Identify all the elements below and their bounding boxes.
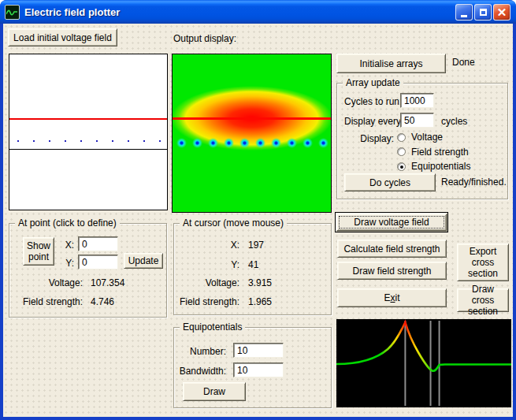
charge-glow-dot bbox=[192, 138, 202, 148]
point-field-strength-value: 4.746 bbox=[91, 296, 114, 307]
display-every-input[interactable] bbox=[400, 113, 434, 128]
point-field-strength-label: Field strength: bbox=[9, 296, 83, 307]
output-display-panel[interactable] bbox=[172, 54, 332, 213]
radio-label: Equipotentials bbox=[411, 161, 470, 172]
point-voltage-value: 107.354 bbox=[91, 277, 124, 288]
exit-button[interactable]: Exit bbox=[337, 288, 447, 307]
cursor-y-label: Y: bbox=[174, 259, 239, 270]
cursor-x-value: 197 bbox=[248, 240, 264, 251]
output-display-label: Output display: bbox=[173, 33, 236, 44]
charge-glow-dot bbox=[255, 138, 265, 148]
exit-label-pre: E bbox=[384, 292, 390, 303]
draw-cross-section-button[interactable]: Draw cross section bbox=[457, 288, 509, 312]
cursor-x-label: X: bbox=[174, 240, 239, 251]
at-cursor-group-title: At cursor (move mouse) bbox=[180, 217, 287, 229]
radio-icon[interactable] bbox=[397, 147, 406, 156]
cursor-field-strength-label: Field strength: bbox=[174, 296, 239, 307]
calculate-field-strength-button[interactable]: Calculate field strength bbox=[337, 240, 447, 258]
equipotentials-draw-button[interactable]: Draw bbox=[183, 382, 246, 401]
equipotentials-bandwidth-label: Bandwidth: bbox=[174, 366, 226, 377]
equipotentials-number-input[interactable] bbox=[233, 343, 284, 358]
done-status: Done bbox=[452, 57, 475, 68]
oscilloscope-icon bbox=[6, 7, 18, 17]
equipotentials-group-title: Equipotentials bbox=[180, 322, 245, 333]
app-window: Electric field plotter ✕ Load initial vo… bbox=[0, 0, 516, 420]
close-icon: ✕ bbox=[497, 6, 507, 18]
radio-icon[interactable] bbox=[397, 133, 406, 142]
display-every-label: Display every bbox=[344, 116, 401, 127]
minimize-icon bbox=[461, 15, 467, 17]
display-radio-equipotentials[interactable]: Equipotentials bbox=[397, 161, 470, 172]
charge-glow-dot bbox=[239, 138, 250, 148]
charge-dot bbox=[49, 140, 50, 142]
update-button[interactable]: Update bbox=[124, 253, 163, 269]
display-radio-field-strength[interactable]: Field strength bbox=[397, 147, 469, 158]
charge-dot bbox=[80, 140, 82, 142]
charge-dot bbox=[17, 140, 19, 142]
draw-voltage-field-button[interactable]: Draw voltage field bbox=[335, 212, 448, 232]
minimize-button[interactable] bbox=[455, 4, 473, 20]
display-radio-voltage[interactable]: Voltage bbox=[397, 132, 443, 143]
cursor-y-value: 41 bbox=[248, 259, 258, 270]
charge-dot bbox=[143, 140, 145, 142]
point-x-input[interactable] bbox=[78, 236, 118, 251]
focus-rectangle bbox=[339, 216, 444, 229]
boundary-line bbox=[9, 149, 167, 150]
display-label: Display: bbox=[351, 133, 394, 144]
export-cross-section-button[interactable]: Export cross section bbox=[457, 243, 509, 281]
radio-icon[interactable] bbox=[397, 162, 406, 171]
charge-dot bbox=[65, 140, 66, 142]
charge-dot bbox=[112, 140, 113, 142]
electrode-red-line bbox=[173, 117, 331, 120]
positive-electrode-line bbox=[9, 118, 167, 120]
radio-label: Field strength bbox=[411, 147, 469, 158]
cycles-suffix-label: cycles bbox=[441, 116, 467, 127]
charge-dot bbox=[96, 140, 98, 142]
cross-section-curve bbox=[336, 319, 511, 407]
array-update-group: Array update Cycles to run: Display ever… bbox=[336, 83, 508, 199]
cursor-voltage-label: Voltage: bbox=[174, 277, 239, 288]
charge-dot bbox=[159, 140, 161, 142]
do-cycles-button[interactable]: Do cycles bbox=[344, 173, 436, 191]
charge-glow-dot bbox=[287, 138, 297, 148]
charge-glow-dot bbox=[224, 138, 234, 148]
cursor-voltage-value: 3.915 bbox=[248, 277, 272, 288]
equipotentials-group: Equipotentials Number: Bandwidth: Draw bbox=[173, 327, 332, 408]
point-y-label: Y: bbox=[49, 258, 74, 269]
array-update-group-title: Array update bbox=[343, 77, 403, 88]
point-voltage-label: Voltage: bbox=[9, 277, 83, 288]
charge-glow-dot bbox=[208, 138, 218, 148]
charge-glow-dot bbox=[271, 138, 281, 148]
close-button[interactable]: ✕ bbox=[493, 4, 510, 20]
maximize-button[interactable] bbox=[474, 4, 492, 20]
load-initial-voltage-field-button[interactable]: Load initial voltage field bbox=[8, 28, 117, 46]
point-x-label: X: bbox=[49, 240, 74, 251]
equipotentials-bandwidth-input[interactable] bbox=[233, 362, 284, 377]
initial-voltage-field-panel[interactable] bbox=[9, 54, 168, 210]
charge-glow-dot bbox=[318, 138, 329, 148]
cycles-to-run-input[interactable] bbox=[400, 93, 434, 108]
point-y-input[interactable] bbox=[78, 255, 118, 269]
cursor-field-strength-value: 1.965 bbox=[248, 296, 272, 307]
charge-glow-dot bbox=[303, 138, 313, 148]
at-point-group-title: At point (click to define) bbox=[15, 217, 120, 229]
field-cross-section-curve bbox=[336, 322, 511, 371]
cycles-to-run-label: Cycles to run: bbox=[344, 96, 402, 107]
exit-label-post: it bbox=[395, 292, 400, 303]
cross-section-plot bbox=[336, 319, 511, 407]
ready-status: Ready/finished. bbox=[441, 177, 507, 188]
window-title: Electric field plotter bbox=[24, 6, 455, 18]
radio-label: Voltage bbox=[411, 132, 443, 143]
charge-glow-dot bbox=[176, 138, 187, 148]
draw-field-strength-button[interactable]: Draw field strength bbox=[337, 262, 447, 280]
titlebar: Electric field plotter ✕ bbox=[0, 0, 516, 24]
at-point-group: At point (click to define) Show point X:… bbox=[9, 223, 167, 318]
client-area: Load initial voltage field At point (cli… bbox=[3, 24, 513, 417]
app-icon bbox=[5, 5, 20, 20]
initialise-arrays-button[interactable]: Initialise arrays bbox=[336, 54, 446, 73]
maximize-icon bbox=[480, 9, 487, 16]
charge-dot bbox=[128, 140, 129, 142]
equipotentials-number-label: Number: bbox=[174, 346, 226, 357]
charge-dot bbox=[33, 140, 35, 142]
at-cursor-group: At cursor (move mouse) X: 197 Y: 41 Volt… bbox=[173, 223, 332, 315]
